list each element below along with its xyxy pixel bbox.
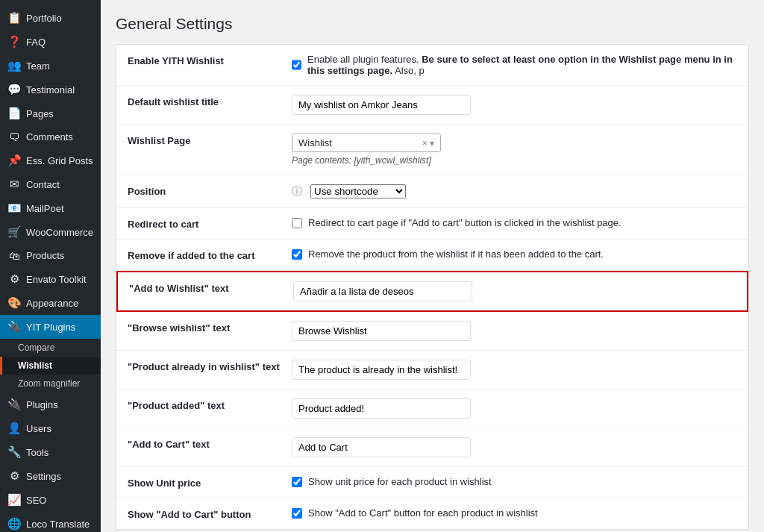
- settings-row-add-to-cart-text: "Add to Cart" text: [116, 428, 748, 467]
- sidebar-item-envato-toolkit[interactable]: ⚙ Envato Toolkit: [0, 267, 101, 291]
- settings-label: Default wishlist title: [128, 95, 292, 107]
- show-add-to-cart-button-desc: Show "Add to Cart" button for each produ…: [308, 507, 538, 519]
- sidebar-item-label: Plugins: [26, 399, 58, 410]
- sidebar-item-testimonial[interactable]: 💬 Testimonial: [0, 78, 101, 101]
- sidebar-item-label: Products: [26, 250, 64, 261]
- sidebar-item-label: Pages: [26, 108, 54, 119]
- wishlist-page-tag: Wishlist: [298, 137, 419, 148]
- settings-label: "Product added" text: [128, 398, 292, 411]
- settings-label: Redirect to cart: [128, 217, 292, 230]
- sidebar-item-label: Contact: [26, 179, 60, 190]
- position-info-icon: ⓘ: [292, 185, 302, 198]
- show-unit-price-checkbox[interactable]: [292, 477, 302, 487]
- settings-row-redirect-to-cart: Redirect to cart Redirect to cart page i…: [116, 208, 748, 240]
- settings-icon: ⚙: [7, 469, 21, 483]
- enable-yith-wishlist-desc: Enable all plugin features. Be sure to s…: [307, 54, 737, 76]
- sidebar-item-pages[interactable]: 📄 Pages: [0, 101, 101, 125]
- position-select[interactable]: Use shortcode Before add to cart After a…: [310, 184, 406, 198]
- add-to-wishlist-text-input[interactable]: [293, 281, 472, 301]
- settings-row-enable-yith-wishlist: Enable YITH Wishlist Enable all plugin f…: [116, 45, 748, 86]
- wishlist-page-contents: Page contents: [yith_wcwl_wishlist]: [292, 155, 737, 166]
- settings-label: Enable YITH Wishlist: [128, 54, 292, 66]
- show-add-to-cart-button-checkbox[interactable]: [292, 508, 302, 519]
- settings-row-show-unit-price: Show Unit price Show unit price for each…: [116, 467, 748, 498]
- sidebar-item-team[interactable]: 👥 Team: [0, 54, 101, 78]
- settings-row-default-wishlist-title: Default wishlist title: [116, 86, 748, 125]
- settings-control: [292, 437, 737, 457]
- sidebar-item-tools[interactable]: 🔧 Tools: [0, 440, 101, 464]
- sidebar-item-label: Settings: [26, 471, 61, 482]
- settings-label: "Browse wishlist" text: [128, 321, 292, 334]
- compare-label: Compare: [18, 342, 54, 353]
- sidebar-item-users[interactable]: 👤 Users: [0, 416, 101, 440]
- sidebar-item-label: Users: [26, 423, 51, 434]
- product-already-in-wishlist-text-input[interactable]: [292, 360, 471, 380]
- settings-label: "Add to Wishlist" text: [129, 281, 293, 294]
- sidebar-item-label: YIT Plugins: [26, 322, 75, 333]
- tools-icon: 🔧: [7, 445, 21, 459]
- sidebar-item-ess-grid-posts[interactable]: 📌 Ess. Grid Posts: [0, 148, 101, 172]
- settings-row-browse-wishlist-text: "Browse wishlist" text: [116, 312, 748, 351]
- settings-table: Enable YITH Wishlist Enable all plugin f…: [116, 44, 749, 530]
- contact-icon: ✉: [7, 178, 21, 191]
- settings-label: Show Unit price: [128, 476, 292, 489]
- yit-plugins-icon: 🔌: [7, 320, 21, 334]
- zoom-magnifier-label: Zoom magnifier: [18, 378, 80, 389]
- sidebar-item-appearance[interactable]: 🎨 Appearance: [0, 291, 101, 315]
- settings-control: [292, 95, 737, 115]
- sidebar-item-settings[interactable]: ⚙ Settings: [0, 464, 101, 488]
- appearance-icon: 🎨: [7, 296, 21, 310]
- sidebar-item-faq[interactable]: ❓ FAQ: [0, 30, 101, 54]
- sidebar-item-label: Tools: [26, 447, 48, 458]
- product-added-text-input[interactable]: [292, 398, 471, 419]
- sidebar-item-plugins[interactable]: 🔌 Plugins: [0, 392, 101, 416]
- settings-control: Redirect to cart page if "Add to cart" b…: [292, 217, 737, 228]
- envato-icon: ⚙: [7, 272, 21, 286]
- sidebar-item-products[interactable]: 🛍 Products: [0, 244, 101, 267]
- add-to-cart-text-input[interactable]: [292, 437, 471, 457]
- sidebar-item-yit-plugins[interactable]: 🔌 YIT Plugins: [0, 315, 101, 339]
- browse-wishlist-text-input[interactable]: [292, 321, 471, 341]
- settings-label: Wishlist Page: [128, 134, 292, 146]
- sidebar-item-loco-translate[interactable]: 🌐 Loco Translate: [0, 512, 101, 532]
- remove-if-added-checkbox[interactable]: [292, 249, 302, 260]
- users-icon: 👤: [7, 422, 21, 435]
- ess-grid-posts-icon: 📌: [7, 154, 21, 167]
- settings-control: Show "Add to Cart" button for each produ…: [292, 507, 737, 519]
- redirect-to-cart-checkbox[interactable]: [292, 218, 302, 228]
- settings-control: Remove the product from the wishlist if …: [292, 248, 737, 260]
- settings-control: Enable all plugin features. Be sure to s…: [292, 54, 737, 76]
- settings-label: Position: [128, 184, 292, 197]
- sidebar-item-label: MailPoet: [26, 203, 64, 214]
- sidebar-item-label: FAQ: [26, 37, 46, 48]
- sidebar-item-mailpoet[interactable]: 📧 MailPoet: [0, 196, 101, 220]
- sidebar-item-portfolio[interactable]: 📋 Portfolio: [0, 6, 101, 30]
- sidebar-sub-item-compare[interactable]: Compare: [0, 339, 101, 357]
- enable-yith-wishlist-checkbox[interactable]: [292, 60, 301, 70]
- faq-icon: ❓: [7, 35, 21, 48]
- sidebar-sub-item-zoom-magnifier[interactable]: Zoom magnifier: [0, 375, 101, 392]
- sidebar-item-label: Envato Toolkit: [26, 274, 87, 285]
- default-wishlist-title-input[interactable]: [292, 95, 471, 115]
- settings-row-position: Position ⓘ Use shortcode Before add to c…: [116, 175, 748, 208]
- comments-icon: 🗨: [7, 131, 21, 143]
- sidebar-item-woocommerce[interactable]: 🛒 WooCommerce: [0, 220, 101, 244]
- sidebar-sub-item-wishlist[interactable]: Wishlist: [0, 357, 101, 375]
- portfolio-icon: 📋: [7, 11, 21, 25]
- testimonial-icon: 💬: [7, 83, 21, 96]
- wishlist-page-select[interactable]: Wishlist × ▾: [292, 134, 441, 152]
- sidebar-item-label: Portfolio: [26, 13, 62, 24]
- products-icon: 🛍: [7, 249, 21, 262]
- sidebar-item-label: Appearance: [26, 298, 78, 309]
- settings-label: "Add to Cart" text: [128, 437, 292, 450]
- settings-control: [292, 321, 737, 341]
- sidebar-item-seo[interactable]: 📈 SEO: [0, 488, 101, 512]
- sidebar-item-label: Team: [26, 60, 50, 72]
- loco-translate-icon: 🌐: [7, 517, 21, 531]
- wishlist-page-controls[interactable]: × ▾: [422, 138, 434, 148]
- sidebar-item-label: Comments: [26, 131, 73, 143]
- sidebar-item-comments[interactable]: 🗨 Comments: [0, 125, 101, 148]
- wishlist-label: Wishlist: [18, 360, 52, 371]
- settings-control: [292, 360, 737, 380]
- sidebar-item-contact[interactable]: ✉ Contact: [0, 172, 101, 196]
